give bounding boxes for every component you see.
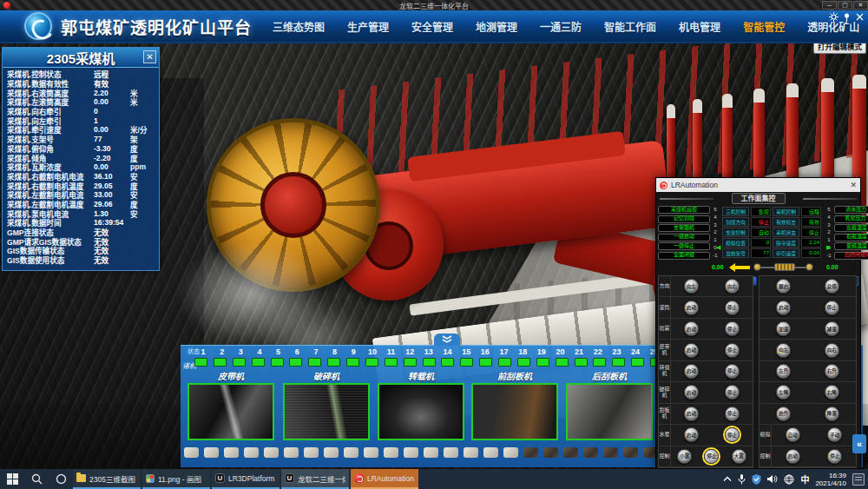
control-button-向左[interactable]: 向左 [684, 279, 699, 294]
control-button-启动[interactable]: 启动 [684, 406, 699, 421]
control-button-停止[interactable]: 停止 [725, 406, 740, 421]
row-value: 2.20 [94, 89, 130, 97]
slider-knob-right[interactable] [806, 263, 813, 271]
taskbar-app[interactable]: ULR3DPlatform - U... [212, 469, 279, 489]
minimize-button[interactable]: ─ [822, 1, 837, 10]
collapse-chevron-icon[interactable] [434, 334, 460, 346]
lra-mode-button[interactable]: 一键启动 [658, 234, 710, 241]
maximize-button[interactable]: ▢ [838, 1, 852, 10]
lra-mode-button[interactable]: 支架跟机 [658, 224, 710, 232]
taskbar-app[interactable]: 11.png - 画图 [142, 469, 210, 489]
start-button[interactable] [0, 469, 24, 489]
slider-handle[interactable] [774, 263, 795, 271]
camera-thumbnail[interactable] [471, 383, 558, 440]
nav-item-4[interactable]: 地测管理 [476, 19, 517, 34]
taskbar-app[interactable]: LRAutomation [351, 469, 418, 489]
control-button-右降[interactable]: 右降 [825, 385, 839, 400]
nav-item-2[interactable]: 生产管理 [347, 19, 389, 34]
lra-mode-button[interactable]: 一键停止 [658, 242, 710, 250]
control-button-停止[interactable]: 停止 [827, 449, 842, 464]
control-button-左升[interactable]: 左升 [776, 364, 791, 379]
microphone-icon[interactable] [738, 474, 746, 485]
control-button-启动[interactable]: 启动 [684, 427, 699, 442]
status-table-row: 模拟位置0指令速度2.24 [722, 238, 823, 248]
nav-item-7[interactable]: 机电管理 [679, 19, 720, 34]
control-button-启动[interactable]: 启动 [684, 385, 699, 400]
lra-mode-button[interactable]: 记忆割煤 [658, 215, 710, 223]
control-button-减速[interactable]: 减速 [825, 321, 839, 336]
status-table-row: 三机控制集控采机控制远程 [722, 207, 823, 216]
task-view-icon[interactable] [49, 469, 73, 489]
lra-sensor-button[interactable]: 四防闭锁停止 [834, 252, 868, 260]
taskbar-app[interactable]: 2305三维截图 [73, 469, 141, 489]
tray-expand-icon[interactable] [723, 476, 732, 482]
direction-arrow-icon [731, 266, 750, 269]
control-button-停止[interactable]: 停止 [725, 364, 740, 379]
control-button-抬升[interactable]: 抬升 [776, 406, 791, 421]
control-button-停止[interactable]: 停止 [725, 385, 740, 400]
status-label-cell: 牵引速度 [773, 248, 799, 258]
control-button-自动[interactable]: 自动 [786, 427, 800, 442]
control-button-停止[interactable]: 停止 [704, 449, 719, 464]
lra-sensor-button[interactable]: 乳化压力100 [834, 215, 868, 223]
control-button-向右[interactable]: 向右 [825, 343, 839, 358]
lra-sensor-button[interactable]: 左截温度80 [834, 224, 868, 232]
search-icon[interactable] [24, 469, 49, 489]
panel-close-icon[interactable]: ✕ [143, 50, 156, 63]
control-button-启动[interactable]: 启动 [684, 301, 699, 315]
camera-thumbnail[interactable] [187, 383, 274, 440]
control-button-停止[interactable]: 停止 [725, 427, 740, 442]
taskbar-app[interactable]: U龙软二三维一体化... [281, 469, 349, 489]
channel-status-indicator [346, 358, 359, 367]
panel-collapse-button[interactable]: « [852, 434, 866, 453]
slider-knob-left[interactable] [753, 263, 761, 271]
network-globe-icon[interactable] [784, 474, 794, 485]
control-button-顺启[interactable]: 顺启 [776, 279, 791, 294]
control-button-启动[interactable]: 启动 [776, 301, 791, 315]
ime-indicator[interactable]: 中 [800, 472, 809, 486]
control-button-启动[interactable]: 启动 [684, 321, 699, 336]
lra-sensor-button[interactable]: 变频温度90 [834, 242, 868, 250]
lra-mode-button[interactable]: 全面闭锁 [658, 252, 710, 260]
lra-close-icon[interactable]: ✕ [850, 181, 857, 189]
clock[interactable]: 16:39 2021/4/10 [815, 472, 846, 487]
status-table-row: 当前架号77牵引速度0.00 [722, 248, 823, 258]
camera-thumbnail[interactable] [283, 383, 370, 440]
control-button-手动[interactable]: 手动 [827, 427, 842, 442]
control-button-右升[interactable]: 右升 [825, 364, 839, 379]
control-button-启动[interactable]: 启动 [684, 343, 699, 358]
control-button-加速[interactable]: 加速 [776, 321, 791, 336]
control-button-停止[interactable]: 停止 [725, 343, 740, 358]
lra-sensor-button[interactable]: 清水压力1.5 [834, 206, 868, 214]
nav-item-8[interactable]: 智能管控 [743, 19, 785, 34]
nav-item-3[interactable]: 安全管理 [411, 19, 453, 34]
control-button-小雾[interactable]: 小雾 [677, 449, 692, 464]
lra-sensor-button[interactable]: 右截温度80 [834, 234, 868, 241]
security-shield-icon[interactable] [752, 474, 761, 485]
speaker-icon[interactable] [767, 474, 778, 484]
lra-mode-button[interactable]: 采煤机远控 [658, 206, 710, 214]
control-button-大雾[interactable]: 大雾 [732, 449, 746, 464]
control-button-启动[interactable]: 启动 [684, 364, 699, 379]
close-icon[interactable] [855, 12, 865, 22]
control-button-停止[interactable]: 停止 [725, 301, 740, 315]
control-button-停止[interactable]: 停止 [825, 301, 839, 315]
action-center-icon[interactable] [852, 473, 865, 486]
camera-thumbnail[interactable] [566, 383, 653, 440]
nav-item-6[interactable]: 智能工作面 [604, 19, 656, 34]
camera-thumbnail[interactable] [378, 383, 464, 440]
control-button-停止[interactable]: 停止 [725, 321, 740, 336]
control-button-左降[interactable]: 左降 [776, 385, 791, 400]
scale-tick: 2 [825, 228, 832, 236]
left-button-row: 刮板机启动停止 [659, 404, 753, 425]
gear-icon[interactable] [829, 12, 838, 22]
row-value: 0.00 [94, 97, 130, 106]
nav-item-5[interactable]: 一通三防 [540, 19, 582, 34]
close-button[interactable]: ✕ [853, 1, 868, 10]
control-button-降落[interactable]: 降落 [825, 406, 839, 421]
control-button-启动[interactable]: 启动 [786, 449, 800, 464]
nav-item-1[interactable]: 三维态势图 [273, 19, 325, 34]
control-button-总停[interactable]: 总停 [825, 279, 839, 294]
control-button-向右[interactable]: 向右 [725, 279, 740, 294]
pin-icon[interactable] [842, 12, 852, 22]
